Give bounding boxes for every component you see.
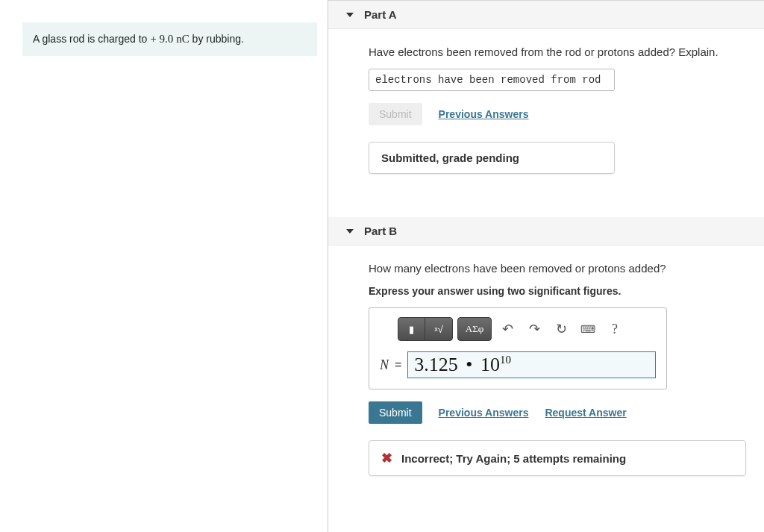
part-b-title: Part B bbox=[364, 225, 397, 237]
part-a-question: Have electrons been removed from the rod… bbox=[369, 46, 746, 58]
variable-label: N bbox=[380, 357, 389, 373]
part-b-previous-answers-link[interactable]: Previous Answers bbox=[439, 407, 529, 419]
radical-icon[interactable]: x√ bbox=[425, 318, 452, 340]
equation-input-row: N = 3.125 • 1010 bbox=[380, 351, 656, 378]
problem-sign: + bbox=[150, 33, 156, 45]
tool-group-templates: ▮ x√ bbox=[398, 317, 453, 341]
tool-group-greek: ΑΣφ bbox=[457, 317, 492, 341]
part-a-header[interactable]: Part A bbox=[328, 1, 764, 29]
part-b-question: How many electrons have been removed or … bbox=[369, 262, 746, 275]
spacer bbox=[328, 195, 764, 217]
part-b-header[interactable]: Part B bbox=[328, 217, 764, 245]
redo-icon[interactable]: ↷ bbox=[523, 318, 545, 340]
help-icon[interactable]: ? bbox=[604, 318, 626, 340]
x-icon: ✖ bbox=[381, 450, 392, 466]
part-b-status-text: Incorrect; Try Again; 5 attempts remaini… bbox=[401, 452, 626, 465]
equation-toolbar: ▮ x√ ΑΣφ ↶ ↷ ↻ ⌨ ? bbox=[380, 317, 656, 341]
answer-dot: • bbox=[463, 354, 475, 375]
part-a-body: Have electrons been removed from the rod… bbox=[328, 29, 764, 195]
equals-sign: = bbox=[395, 358, 401, 372]
part-b-body: How many electrons have been removed or … bbox=[328, 245, 764, 497]
problem-suffix: by rubbing. bbox=[190, 33, 244, 45]
greek-icon[interactable]: ΑΣφ bbox=[458, 318, 491, 340]
part-a-submit-button: Submit bbox=[369, 103, 422, 125]
template-icon[interactable]: ▮ bbox=[398, 318, 425, 340]
part-a-previous-answers-link[interactable]: Previous Answers bbox=[439, 108, 529, 120]
keyboard-icon[interactable]: ⌨ bbox=[577, 318, 599, 340]
undo-icon[interactable]: ↶ bbox=[496, 318, 519, 340]
problem-value: 9.0 bbox=[160, 33, 174, 45]
problem-prefix: A glass rod is charged to bbox=[33, 33, 150, 45]
problem-statement: A glass rod is charged to + 9.0 nC by ru… bbox=[22, 22, 317, 56]
answer-panel: Part A Have electrons been removed from … bbox=[328, 0, 764, 532]
part-a-buttons: Submit Previous Answers bbox=[369, 103, 746, 125]
equation-editor: ▮ x√ ΑΣφ ↶ ↷ ↻ ⌨ ? N = 3.125 bbox=[369, 307, 667, 389]
answer-base: 3.125 bbox=[414, 354, 458, 375]
part-a-answer-input[interactable]: electrons have been removed from rod bbox=[369, 69, 615, 91]
part-b-instruction: Express your answer using two significan… bbox=[369, 285, 746, 297]
part-b-buttons: Submit Previous Answers Request Answer bbox=[369, 401, 746, 424]
problem-panel: A glass rod is charged to + 9.0 nC by ru… bbox=[0, 0, 328, 532]
answer-ten: 10 bbox=[480, 354, 500, 375]
part-b-submit-button[interactable]: Submit bbox=[369, 401, 422, 424]
part-a-status: Submitted, grade pending bbox=[369, 142, 615, 174]
caret-down-icon bbox=[346, 229, 354, 234]
caret-down-icon bbox=[346, 13, 354, 17]
page: A glass rod is charged to + 9.0 nC by ru… bbox=[0, 0, 764, 532]
problem-unit: nC bbox=[176, 33, 190, 45]
equation-input[interactable]: 3.125 • 1010 bbox=[407, 351, 656, 378]
part-a-title: Part A bbox=[364, 8, 397, 21]
answer-exponent: 10 bbox=[500, 354, 511, 366]
reset-icon[interactable]: ↻ bbox=[550, 318, 572, 340]
part-b-status: ✖ Incorrect; Try Again; 5 attempts remai… bbox=[369, 440, 746, 476]
part-b-request-answer-link[interactable]: Request Answer bbox=[545, 407, 626, 419]
